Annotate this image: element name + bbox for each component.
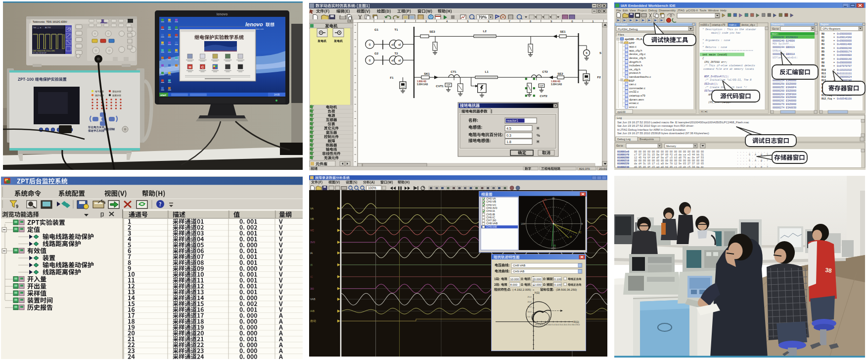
svg-text:R5: R5 [822, 51, 824, 53]
svg-text:12-Jan-14 02:47: 12-Jan-14 02:47 [33, 52, 46, 54]
svg-text:Memory: Memory [666, 145, 676, 148]
svg-text:VA: VA [310, 207, 314, 210]
svg-text:******************************: ********************************* [702, 50, 753, 53]
svg-text:F1: F1 [390, 76, 394, 79]
svg-text:BSP_IntDisAll();: BSP_IntDisAll(); [704, 75, 729, 78]
svg-text:R(Ω): R(Ω) [574, 320, 579, 323]
svg-text:0x09000000: 0x09000000 [837, 33, 852, 36]
svg-text:zpt100 - FLA...: zpt100 - FLA... [625, 38, 645, 41]
svg-text:R12_fiq: R12_fiq [822, 98, 832, 101]
svg-text:CH7:3I0: CH7:3I0 [486, 219, 496, 222]
svg-text:device_cfg.c: device_cfg.c [741, 23, 755, 26]
svg-text:L2: L2 [483, 30, 487, 33]
svg-text:20.000: 20.000 [533, 278, 542, 281]
svg-text:VAB: VAB [310, 298, 316, 301]
svg-text:H-JTAG Debug Interface for ARM: H-JTAG Debug Interface for ARM In-Circui… [617, 128, 685, 131]
svg-text:Sat Jun 19 16:27:55 2010 2539: Sat Jun 19 16:27:55 2010 253918 bytes do… [617, 132, 709, 135]
svg-text:dingzhi.h: dingzhi.h [629, 60, 641, 63]
svg-text:SK1: SK1 [424, 72, 430, 75]
svg-text:SE2: SE2 [557, 72, 563, 75]
svg-text:emc.c: emc.c [629, 105, 637, 108]
svg-text:0.3: 0.3 [506, 134, 511, 137]
svg-text:Files: Files [618, 33, 624, 36]
svg-text:00 00 00 00 00 00 00 00 00 00: 00 00 00 00 00 00 00 00 00 00 00 00 00 0… [634, 151, 704, 154]
svg-text:VC: VC [310, 229, 314, 232]
svg-text:can.c: can.c [629, 83, 636, 86]
svg-text:8.000: 8.000 [510, 283, 518, 286]
svg-text:R12: R12 [822, 76, 826, 79]
svg-text:CPU Registers: CPU Registers [822, 27, 841, 30]
svg-text:=: = [833, 98, 835, 101]
svg-text:0x09000174: 0x09000174 [837, 51, 852, 53]
svg-text:=: = [833, 54, 835, 57]
svg-text:emac.c: emac.c [629, 102, 639, 104]
svg-text:SE1: SE1 [560, 30, 566, 33]
svg-text:commadar.c: commadar.c [629, 87, 645, 90]
svg-text:R11: R11 [822, 72, 826, 75]
svg-text:1.609:4Ω: 1.609:4Ω [551, 80, 560, 83]
svg-text:device_cfg.c: device_cfg.c [629, 52, 645, 55]
svg-text:00000260 E92D000: 00000260 E92D000 [773, 90, 796, 93]
svg-text:a2: a2 [398, 44, 401, 46]
svg-text:270: 270 [551, 247, 556, 250]
svg-text:0: 0 [582, 222, 583, 225]
svg-text:R2: R2 [822, 40, 824, 43]
svg-text:=: = [833, 51, 835, 53]
svg-text:app.c: app.c [629, 45, 637, 48]
svg-text:0x6054E108: 0x6054E108 [837, 98, 852, 101]
svg-text:=: = [833, 61, 835, 64]
svg-text:CH8:VAB: CH8:VAB [486, 222, 498, 225]
svg-text:12.000: 12.000 [533, 283, 542, 286]
svg-text:BSP: BSP [629, 79, 635, 82]
svg-text:. . . . . . . . . . .: . . . . . . . . . . . [737, 151, 768, 154]
svg-text:00000264 E59F004: 00000264 E59F004 [773, 93, 796, 96]
svg-text:20x91: 20x91 [599, 167, 607, 170]
svg-text:3V0: 3V0 [310, 241, 315, 244]
svg-text:H: H [189, 65, 191, 69]
svg-text:R4: R4 [822, 47, 824, 50]
svg-text:CVT2: CVT2 [540, 95, 548, 98]
svg-text:CH8:VAB: CH8:VAB [513, 264, 525, 267]
svg-text:00000258 E92D000: 00000258 E92D000 [773, 83, 796, 86]
svg-text:R7: R7 [822, 58, 824, 61]
svg-text:180: 180 [521, 222, 525, 225]
svg-text:start: start [160, 94, 167, 97]
svg-text:. . . . . . . . . . .: . . . . . . . . . . . [737, 162, 768, 165]
svg-text:mt300.c: mt300.c [700, 23, 709, 26]
svg-text:lenovo: lenovo [217, 12, 228, 16]
svg-text:cstartup.s79: cstartup.s79 [629, 94, 645, 97]
svg-text:0x09000240: 0x09000240 [837, 47, 852, 50]
svg-text:Sat Jun 19 16:27:52 2010 Sign: Sat Jun 19 16:27:52 2010 Sign on message… [617, 124, 694, 127]
svg-text:10.0: 10.0 [528, 310, 532, 313]
svg-text:3I0: 3I0 [310, 287, 314, 290]
svg-text:CH0:VB: CH0:VB [486, 200, 496, 203]
svg-text:IB: IB [310, 263, 313, 266]
svg-text:00000268 E92D000: 00000268 E92D000 [773, 96, 796, 99]
svg-text:=: = [833, 43, 835, 46]
svg-text:. . . . 6 . A . @ . ? .: . . . . 6 . A . @ . ? . [737, 159, 771, 162]
svg-text:IA: IA [570, 236, 572, 238]
svg-text:=: = [833, 36, 835, 39]
svg-text:Workspace: Workspace [616, 23, 628, 26]
svg-text:sanduanbaohu.c: sanduanbaohu.c [629, 75, 651, 78]
svg-text:MOV Sp(OxFF...: MOV Sp(OxFF... [773, 43, 793, 46]
svg-text:/* This if-else statement dete: /* This if-else statement detects [704, 64, 755, 67]
svg-text:90: 90 [552, 197, 555, 200]
svg-text:G: G [369, 59, 371, 62]
svg-text:010001e0: 010001e0 [617, 151, 629, 154]
svg-text:main.c: main.c [729, 23, 736, 26]
svg-text:includes.h: includes.h [629, 64, 642, 67]
svg-text:G: G [369, 43, 371, 46]
svg-text:=: = [833, 58, 835, 61]
svg-text:G2: G2 [374, 52, 379, 55]
svg-text:Sat Jun 19 16:27:52 2010 Load: Sat Jun 19 16:27:52 2010 Loaded macro fi… [617, 121, 749, 124]
svg-text:protect.h: protect.h [629, 71, 640, 74]
svg-text:VC: VC [578, 231, 582, 234]
svg-text:VA: VA [544, 199, 547, 201]
svg-text:Go to: Go to [772, 27, 778, 30]
svg-text:T1: T1 [394, 28, 398, 31]
svg-text:Tek △ ● ACTIV: Tek △ ● ACTIV [33, 26, 51, 29]
svg-text:X(Ω): X(Ω) [535, 291, 540, 294]
svg-text:IAB: IAB [310, 309, 315, 312]
svg-text:* Description : This is the st: * Description : This is the standar [702, 28, 756, 31]
